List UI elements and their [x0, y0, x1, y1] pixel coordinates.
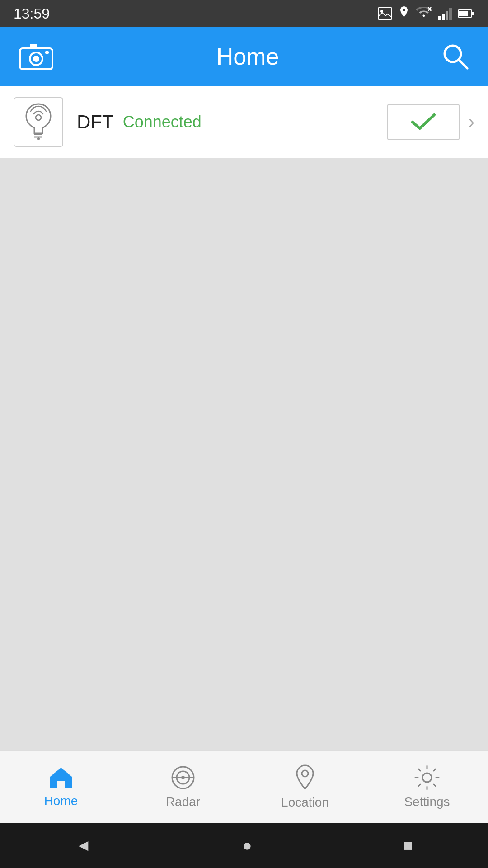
recent-button[interactable]: ■ [403, 836, 413, 855]
status-bar: 13:59 [0, 0, 488, 27]
settings-nav-icon [414, 765, 440, 790]
wifi-x-icon [416, 7, 432, 20]
device-status: Connected [123, 113, 202, 132]
bottom-nav: Home Radar Location [0, 750, 488, 823]
home-button[interactable]: ● [242, 836, 252, 855]
status-icons [378, 6, 474, 21]
battery-icon [458, 9, 474, 19]
camera-icon[interactable] [18, 42, 54, 71]
settings-nav-label: Settings [404, 795, 450, 809]
svg-rect-6 [446, 11, 448, 20]
search-icon[interactable] [441, 42, 470, 71]
svg-point-20 [36, 115, 41, 120]
device-card-actions: › [387, 104, 474, 140]
back-button[interactable]: ◄ [75, 836, 92, 855]
svg-rect-10 [472, 12, 474, 15]
svg-point-14 [33, 56, 39, 62]
status-time: 13:59 [14, 5, 50, 22]
svg-point-28 [422, 773, 432, 782]
device-icon-wrapper [14, 97, 63, 147]
app-title: Home [216, 43, 279, 70]
radar-nav-label: Radar [166, 795, 200, 809]
location-nav-icon [295, 764, 315, 791]
radar-nav-icon [170, 765, 196, 790]
checkmark-button[interactable] [387, 104, 460, 140]
svg-point-1 [380, 10, 383, 13]
device-card[interactable]: DFT Connected › [0, 86, 488, 158]
location-status-icon [399, 6, 409, 21]
svg-rect-7 [449, 8, 452, 20]
system-nav: ◄ ● ■ [0, 823, 488, 868]
svg-point-21 [37, 137, 40, 140]
image-icon [378, 7, 392, 20]
nav-item-location[interactable]: Location [244, 764, 366, 810]
nav-item-home[interactable]: Home [0, 766, 122, 808]
home-nav-label: Home [44, 794, 78, 808]
svg-rect-4 [438, 16, 441, 20]
signal-icon [438, 7, 452, 20]
svg-rect-13 [30, 44, 37, 48]
nav-item-settings[interactable]: Settings [366, 765, 488, 809]
app-bar: Home [0, 27, 488, 86]
svg-line-17 [459, 60, 467, 68]
nav-item-radar[interactable]: Radar [122, 765, 244, 809]
svg-rect-15 [45, 51, 49, 54]
svg-point-27 [302, 770, 308, 777]
svg-rect-9 [459, 11, 468, 16]
svg-rect-0 [378, 8, 392, 19]
device-sensor-icon [23, 102, 54, 142]
location-nav-label: Location [281, 795, 329, 810]
svg-rect-5 [442, 14, 445, 20]
map-area [0, 158, 488, 750]
device-name: DFT [77, 111, 114, 133]
chevron-right-icon[interactable]: › [469, 112, 474, 132]
home-nav-icon [48, 766, 74, 789]
